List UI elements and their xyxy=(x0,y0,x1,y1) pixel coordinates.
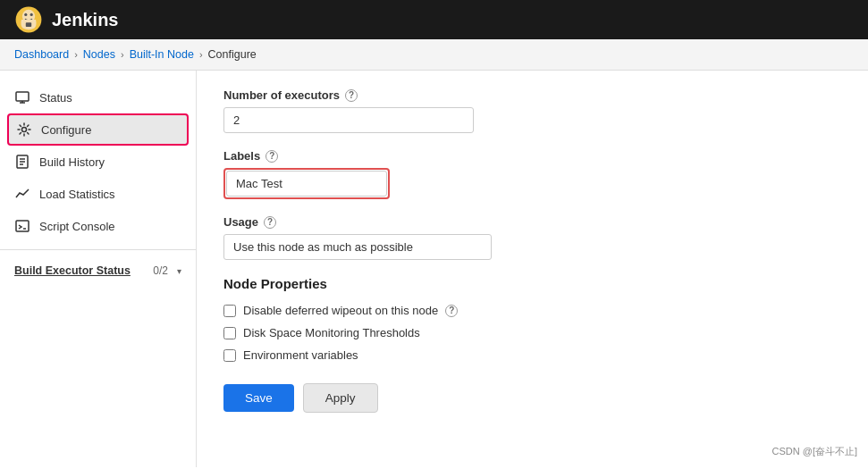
chevron-down-icon: ▾ xyxy=(177,266,181,276)
sidebar-item-configure[interactable]: Configure xyxy=(7,113,189,146)
executors-help-icon[interactable]: ? xyxy=(345,89,358,102)
checkbox-item-disk-space[interactable]: Disk Space Monitoring Thresholds xyxy=(223,326,841,339)
node-properties-section: Node Properties Disable deferred wipeout… xyxy=(223,276,841,362)
breadcrumb: Dashboard › Nodes › Built-In Node › Conf… xyxy=(0,39,868,71)
breadcrumb-sep-2: › xyxy=(121,49,124,60)
sidebar: Status Configure Build History xyxy=(0,71,197,467)
sidebar-item-script-console[interactable]: Script Console xyxy=(0,210,196,242)
chart-icon xyxy=(14,186,30,202)
sidebar-item-configure-label: Configure xyxy=(41,123,91,137)
sidebar-item-load-statistics-label: Load Statistics xyxy=(39,188,115,201)
sidebar-item-status-label: Status xyxy=(39,91,72,105)
checkbox-group: Disable deferred wipeout on this node ? … xyxy=(223,304,841,362)
breadcrumb-configure: Configure xyxy=(208,48,257,61)
sidebar-item-build-history[interactable]: Build History xyxy=(0,146,196,178)
apply-button[interactable]: Apply xyxy=(303,383,378,413)
sidebar-item-build-history-label: Build History xyxy=(39,155,105,169)
book-icon xyxy=(14,154,30,170)
executor-status-label[interactable]: Build Executor Status xyxy=(14,264,131,277)
save-button[interactable]: Save xyxy=(223,384,294,412)
usage-select[interactable]: Use this node as much as possible xyxy=(223,234,492,260)
usage-help-icon[interactable]: ? xyxy=(264,216,276,229)
usage-field-group: Usage ? Use this node as much as possibl… xyxy=(223,215,841,260)
executors-label: Number of executors ? xyxy=(223,88,841,102)
checkbox-disk-space-label: Disk Space Monitoring Thresholds xyxy=(243,326,420,339)
breadcrumb-sep-3: › xyxy=(199,49,203,60)
labels-input[interactable] xyxy=(226,171,387,197)
checkbox-env-vars[interactable] xyxy=(223,349,236,362)
checkbox-item-disable-wipeout[interactable]: Disable deferred wipeout on this node ? xyxy=(223,304,841,317)
checkbox-env-vars-label: Environment variables xyxy=(243,348,358,362)
usage-label: Usage ? xyxy=(223,215,841,229)
checkbox-item-env-vars[interactable]: Environment variables xyxy=(223,348,841,362)
monitor-icon xyxy=(14,89,30,105)
main-content: Number of executors ? Labels ? Usage ? U… xyxy=(197,71,868,467)
svg-rect-5 xyxy=(16,92,29,101)
sidebar-item-status[interactable]: Status xyxy=(0,81,196,113)
checkbox-disable-wipeout-label: Disable deferred wipeout on this node xyxy=(243,304,438,317)
labels-field-group: Labels ? xyxy=(223,149,841,199)
node-properties-title: Node Properties xyxy=(223,276,841,291)
breadcrumb-sep-1: › xyxy=(74,49,78,60)
app-header: Jenkins xyxy=(0,0,868,39)
executor-section: Build Executor Status 0/2 ▾ xyxy=(0,249,196,291)
gear-icon xyxy=(16,121,32,138)
checkbox-disk-space[interactable] xyxy=(223,327,236,339)
svg-point-8 xyxy=(22,128,27,132)
executors-field-group: Number of executors ? xyxy=(223,88,841,133)
labels-input-wrapper xyxy=(223,168,390,199)
checkbox-disable-wipeout[interactable] xyxy=(223,305,236,317)
app-title: Jenkins xyxy=(52,10,118,30)
executor-header[interactable]: Build Executor Status 0/2 ▾ xyxy=(14,264,181,277)
svg-rect-4 xyxy=(26,22,31,27)
jenkins-logo-icon xyxy=(14,5,43,34)
disable-wipeout-help-icon[interactable]: ? xyxy=(445,305,458,317)
labels-help-icon[interactable]: ? xyxy=(265,150,278,163)
main-layout: Status Configure Build History xyxy=(0,71,868,467)
sidebar-item-script-console-label: Script Console xyxy=(39,220,115,233)
breadcrumb-builtin-node[interactable]: Built-In Node xyxy=(130,48,194,61)
watermark: CSDN @[奋斗不止] xyxy=(771,445,857,458)
executors-input[interactable] xyxy=(223,107,474,133)
svg-rect-13 xyxy=(16,221,29,231)
terminal-icon xyxy=(14,218,30,234)
sidebar-item-load-statistics[interactable]: Load Statistics xyxy=(0,178,196,210)
labels-label: Labels ? xyxy=(223,149,841,163)
logo-container: Jenkins xyxy=(14,5,118,34)
svg-point-3 xyxy=(30,13,33,16)
form-buttons: Save Apply xyxy=(223,383,841,413)
executor-count: 0/2 xyxy=(153,264,168,277)
svg-point-2 xyxy=(24,13,27,16)
breadcrumb-nodes[interactable]: Nodes xyxy=(83,48,115,61)
breadcrumb-dashboard[interactable]: Dashboard xyxy=(14,48,69,61)
